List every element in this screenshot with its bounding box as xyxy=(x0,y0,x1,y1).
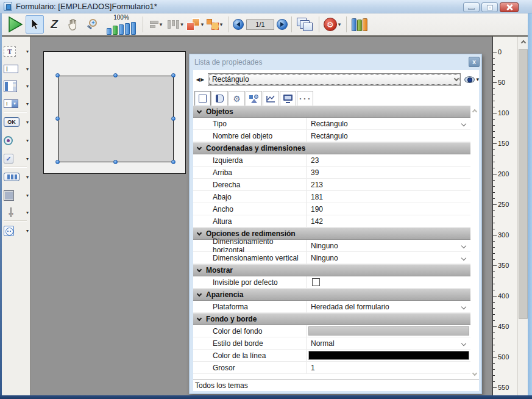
panel-titlebar[interactable]: Lista de propiedades xyxy=(190,54,481,70)
property-value[interactable]: Ninguno xyxy=(307,240,470,251)
close-button[interactable] xyxy=(500,2,519,12)
chevron-down-icon[interactable] xyxy=(461,121,466,126)
tab-data[interactable] xyxy=(211,91,228,106)
section-collapse-icon[interactable] xyxy=(197,292,202,297)
selection-handle[interactable] xyxy=(113,73,118,77)
property-row[interactable]: TipoRectángulo xyxy=(193,118,470,130)
tool-dropdown-arrow[interactable]: ▾ xyxy=(26,66,29,72)
next-page-button[interactable] xyxy=(277,19,288,30)
property-value[interactable]: 23 xyxy=(307,154,470,166)
listbox-tool-button[interactable]: ▾ xyxy=(4,79,29,93)
grid-scrollbar[interactable] xyxy=(470,106,479,378)
property-value[interactable]: Normal xyxy=(307,337,470,349)
form-pages-button[interactable] xyxy=(296,15,314,34)
section-collapse-icon[interactable] xyxy=(197,316,202,321)
selection-handle[interactable] xyxy=(55,73,60,77)
selection-handle[interactable] xyxy=(113,160,118,164)
section-row[interactable]: Coordenadas y dimensiones xyxy=(193,142,470,154)
selection-handle[interactable] xyxy=(171,117,176,121)
tool-dropdown-arrow[interactable]: ▾ xyxy=(26,101,29,107)
property-value[interactable]: 142 xyxy=(307,215,470,227)
rectangle-tool-button[interactable]: ▾ xyxy=(4,188,29,203)
tool-dropdown-arrow[interactable]: ▾ xyxy=(26,138,29,143)
tab-events[interactable] xyxy=(263,91,279,106)
property-row[interactable]: Dimensionamiento horizontalNinguno xyxy=(193,240,470,252)
form-page[interactable] xyxy=(43,51,186,174)
object-selector-dropdown[interactable]: Rectángulo xyxy=(208,73,461,86)
property-row[interactable]: Abajo181 xyxy=(193,191,470,203)
property-row[interactable]: PlataformaHeredada del formulario xyxy=(193,301,470,313)
checkbox[interactable] xyxy=(312,278,320,286)
section-collapse-icon[interactable] xyxy=(197,109,202,113)
entry-order-tool-button[interactable]: Z xyxy=(45,15,63,34)
minimize-button[interactable] xyxy=(463,2,480,12)
section-collapse-icon[interactable] xyxy=(197,267,202,272)
property-row[interactable]: Altura142 xyxy=(193,215,470,228)
move-front-back-dropdown-arrow[interactable]: ▾ xyxy=(220,21,223,27)
eye-dropdown-arrow[interactable]: ▾ xyxy=(476,76,479,82)
section-row[interactable]: Mostrar xyxy=(193,264,470,276)
level-tool-button[interactable]: ▾ xyxy=(186,15,204,34)
distribute-dropdown-arrow[interactable]: ▾ xyxy=(180,21,183,27)
property-value[interactable]: 213 xyxy=(307,179,470,190)
property-value[interactable]: 39 xyxy=(307,167,470,178)
button-tool-button[interactable]: OK▾ xyxy=(4,115,29,129)
tab-objects[interactable] xyxy=(246,91,262,106)
tool-dropdown-arrow[interactable]: ▾ xyxy=(26,120,29,125)
combobox-tool-button[interactable]: I▾▾ xyxy=(4,96,29,111)
property-value[interactable]: Ninguno xyxy=(307,252,470,264)
text-tool-button[interactable]: T▾ xyxy=(4,44,29,59)
tool-dropdown-arrow[interactable]: ▾ xyxy=(26,156,29,162)
selection-handle[interactable] xyxy=(171,73,176,77)
selected-rectangle-object[interactable] xyxy=(58,76,174,162)
radio-button-tool-button[interactable]: ▾ xyxy=(4,133,29,148)
property-row[interactable]: Color del fondo xyxy=(193,325,470,337)
object-prev-next-arrows[interactable]: ◀▶ xyxy=(193,77,208,82)
property-row[interactable]: Color de la línea xyxy=(193,350,470,362)
move-front-back-tool-button[interactable]: ▾ xyxy=(205,15,224,34)
property-value[interactable]: Rectángulo xyxy=(307,118,470,129)
input-tool-button[interactable]: I▾ xyxy=(4,62,29,76)
chevron-down-icon[interactable] xyxy=(461,341,466,346)
property-row[interactable]: Derecha213 xyxy=(193,179,470,191)
tool-dropdown-arrow[interactable]: ▾ xyxy=(26,228,29,234)
tab-actions[interactable]: ⚙ xyxy=(229,91,245,106)
previous-page-button[interactable] xyxy=(233,19,244,30)
property-value[interactable]: Heredada del formulario xyxy=(307,301,470,312)
splitter-tool-button[interactable]: ↔▾ xyxy=(4,205,29,220)
property-value[interactable]: 181 xyxy=(307,191,470,203)
section-row[interactable]: Apariencia xyxy=(193,289,470,301)
zoom-level-control[interactable]: 100% xyxy=(107,15,136,35)
property-row[interactable]: Grosor1 xyxy=(193,362,470,374)
align-tool-button[interactable]: ▾ xyxy=(147,15,165,34)
chevron-down-icon[interactable] xyxy=(461,243,466,248)
property-value[interactable]: 190 xyxy=(307,203,470,215)
plugin-area-tool-button[interactable]: ▾ xyxy=(4,223,29,238)
scroll-up-button[interactable] xyxy=(518,37,528,47)
scrollbar-thumb[interactable] xyxy=(519,49,528,319)
property-value[interactable] xyxy=(307,325,470,337)
property-row[interactable]: Invisible por defecto xyxy=(193,276,470,289)
canvas-vertical-scrollbar[interactable] xyxy=(517,37,528,395)
section-row[interactable]: Objetos xyxy=(193,106,470,118)
section-row[interactable]: Fondo y borde xyxy=(193,313,470,325)
selection-handle[interactable] xyxy=(55,160,60,164)
property-value[interactable]: 1 xyxy=(307,362,470,373)
color-swatch[interactable] xyxy=(308,351,469,360)
tool-dropdown-arrow[interactable]: ▾ xyxy=(26,84,29,89)
tool-dropdown-arrow[interactable]: ▾ xyxy=(26,49,29,54)
property-row[interactable]: Arriba39 xyxy=(193,167,470,179)
button-grid-tool-button[interactable]: ▾ xyxy=(4,170,29,184)
tab-display[interactable] xyxy=(280,91,296,106)
zoom-tool-button[interactable]: + xyxy=(84,15,102,34)
property-value[interactable] xyxy=(307,350,470,361)
panel-close-button[interactable]: x xyxy=(469,57,480,67)
tool-dropdown-arrow[interactable]: ▾ xyxy=(26,210,29,215)
display-options-button[interactable]: ▾ xyxy=(464,76,479,83)
chevron-down-icon[interactable] xyxy=(461,256,466,261)
property-value[interactable]: Rectángulo xyxy=(307,130,470,142)
section-collapse-icon[interactable] xyxy=(197,231,202,235)
section-collapse-icon[interactable] xyxy=(197,145,202,150)
tool-dropdown-arrow[interactable]: ▾ xyxy=(26,193,29,198)
property-row[interactable]: Izquierda23 xyxy=(193,154,470,167)
